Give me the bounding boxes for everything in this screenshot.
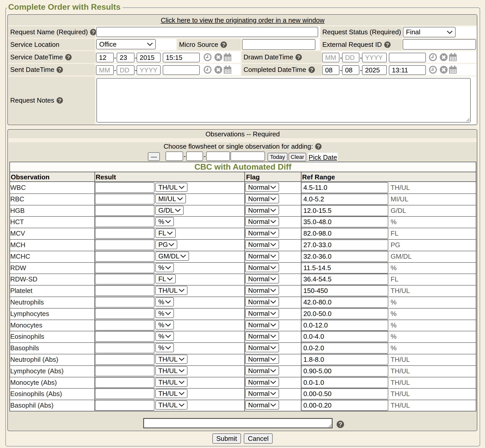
svg-text:?: ?: [338, 421, 342, 428]
svg-text:?: ?: [222, 42, 225, 48]
svg-text:?: ?: [58, 97, 61, 103]
svg-text:?: ?: [58, 67, 62, 73]
svg-text:?: ?: [386, 42, 389, 48]
svg-text:?: ?: [67, 54, 70, 60]
svg-text:?: ?: [92, 29, 95, 35]
svg-text:?: ?: [310, 67, 313, 73]
svg-text:?: ?: [297, 54, 300, 60]
svg-text:?: ?: [317, 144, 320, 149]
